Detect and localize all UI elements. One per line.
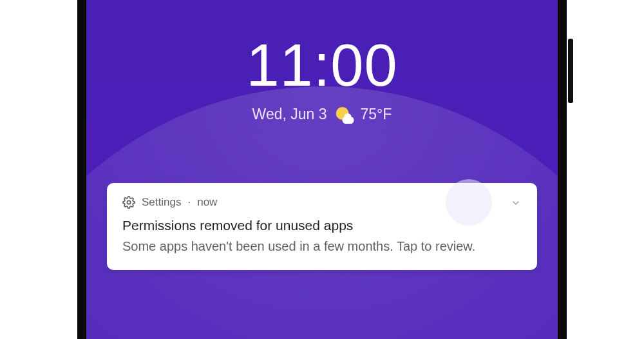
notification-body: Some apps haven't been used in a few mon… — [122, 237, 522, 256]
svg-point-0 — [127, 200, 130, 204]
weather-icon — [336, 107, 352, 122]
gear-icon — [122, 196, 135, 209]
notification-header: Settings · now — [122, 196, 522, 209]
temperature-text: 75°F — [361, 106, 392, 123]
phone-side-button — [568, 39, 573, 103]
phone-frame: 11:00 Wed, Jun 3 75°F Settings · no — [77, 0, 567, 339]
notification-app-name: Settings — [142, 196, 181, 209]
chevron-down-icon[interactable] — [510, 197, 522, 209]
date-text: Wed, Jun 3 — [252, 106, 327, 123]
date-weather-row: Wed, Jun 3 75°F — [252, 106, 392, 123]
notification-card[interactable]: Settings · now Permissions removed for u… — [107, 183, 537, 270]
lockscreen: 11:00 Wed, Jun 3 75°F Settings · no — [86, 0, 558, 339]
notification-timestamp: now — [197, 196, 217, 209]
notification-separator: · — [187, 196, 191, 209]
clock-time: 11:00 — [246, 32, 397, 99]
